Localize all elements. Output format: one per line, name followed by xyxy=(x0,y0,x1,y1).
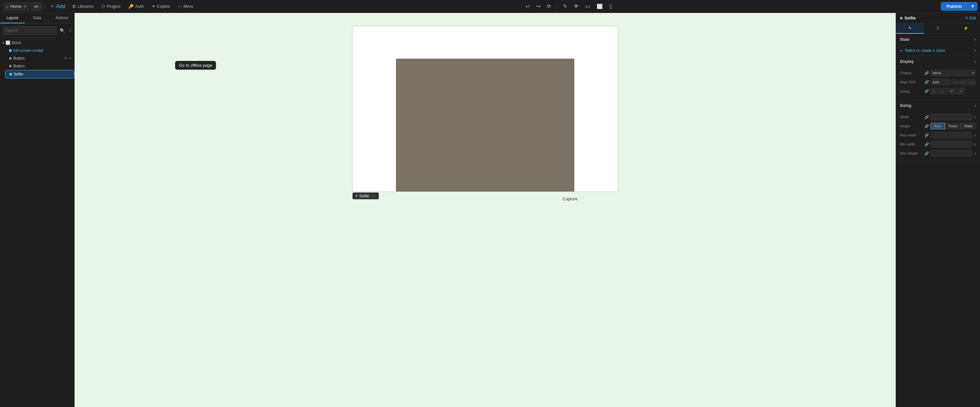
display-field-value: 🔗 block ▾ xyxy=(924,70,976,76)
search-button[interactable]: 🔍 xyxy=(59,27,66,34)
preview-button[interactable]: 👁 xyxy=(572,2,581,11)
sizing-btn-fixed[interactable]: ✕ xyxy=(948,88,956,95)
height-label: Height xyxy=(900,124,923,128)
settings-icon[interactable]: ✦ xyxy=(69,56,72,60)
state-chevron-icon: ▾ xyxy=(975,38,976,41)
right-tab-interactions[interactable]: ⇅ xyxy=(924,23,952,34)
max-width-input[interactable] xyxy=(931,132,972,138)
display-field-row: Display 🔗 block ▾ xyxy=(900,70,976,76)
panel-tabs: Layout Data Actions xyxy=(0,13,74,24)
display-section-header[interactable]: Display ▾ xyxy=(896,56,980,67)
align-btn-left[interactable]: — xyxy=(951,79,959,85)
min-width-suffix: a xyxy=(974,142,976,146)
main-area: Layout Data Actions 🔍 ⤢ ▾ ⬜ Blank full-s… xyxy=(0,13,980,407)
sizing-btn-shrink[interactable]: ↕ xyxy=(931,88,937,95)
tree-item-label: Button xyxy=(13,56,62,60)
max-width-suffix: a xyxy=(974,133,976,137)
align-btn-right[interactable]: — xyxy=(968,79,976,85)
tree: ▾ ⬜ Blank full-screen-modal Button 👁 ✦ xyxy=(0,38,74,407)
search-bar: 🔍 ⤢ xyxy=(0,24,74,38)
copilot-icon: ✦ xyxy=(152,4,155,9)
select-chevron-icon: ▾ xyxy=(972,71,974,74)
sizing-section-header[interactable]: Sizing ▾ xyxy=(896,100,980,111)
home-button[interactable]: ⌂ Home ▼ xyxy=(3,2,30,11)
height-btn-auto[interactable]: Auto xyxy=(931,123,945,129)
tab-actions[interactable]: Actions xyxy=(49,13,74,23)
min-width-input[interactable] xyxy=(931,141,972,147)
sizing-section-title: Sizing xyxy=(900,103,911,108)
width-field-row: Width 🔗 a xyxy=(900,114,976,120)
component-icon xyxy=(9,49,12,52)
search-input[interactable] xyxy=(3,26,57,35)
tree-group: full-screen-modal Button 👁 ✦ Button xyxy=(0,47,74,78)
align-self-select[interactable]: auto xyxy=(931,79,950,85)
desktop-button[interactable]: ▭ xyxy=(583,2,592,11)
tree-item-label: Button xyxy=(13,64,72,68)
tree-item-button-1[interactable]: Button 👁 ✦ xyxy=(5,54,74,62)
publish-dropdown-button[interactable]: ▼ xyxy=(968,2,977,11)
state-section[interactable]: State ▾ xyxy=(896,34,980,45)
expand-button[interactable]: ⤢ xyxy=(68,27,73,34)
tooltip-go-offline[interactable]: Go to offline page xyxy=(175,61,216,70)
height-btn-ratio[interactable]: Ratio xyxy=(961,123,977,129)
right-tab-settings[interactable]: ⚡ xyxy=(952,23,980,34)
redo-button[interactable]: ↪ xyxy=(534,2,542,11)
align-btn-center[interactable]: — xyxy=(959,79,967,85)
align-lock-icon: 🔗 xyxy=(924,80,929,84)
right-panel-header: Selfie ✎ Edit xyxy=(896,13,980,23)
tree-root-label: Blank xyxy=(12,41,21,45)
max-height-value: 🔗 a xyxy=(924,150,976,157)
max-height-input[interactable] xyxy=(931,150,972,157)
more-button[interactable]: ⋯ More xyxy=(175,3,197,10)
width-input[interactable] xyxy=(931,114,972,120)
sizing-btn-grow[interactable]: ↔ xyxy=(938,88,947,95)
sizing-lock-icon: 🔗 xyxy=(924,89,929,93)
language-button[interactable]: en xyxy=(31,2,41,11)
publish-group: Publish ▼ xyxy=(941,2,977,11)
align-self-value: 🔗 auto — — — xyxy=(924,79,976,85)
selfie-tag-label: Selfie xyxy=(359,194,369,198)
libraries-icon: ⊞ xyxy=(72,4,76,9)
height-btn-fixed[interactable]: Fixed xyxy=(945,123,961,129)
publish-button[interactable]: Publish xyxy=(941,2,968,11)
libraries-button[interactable]: ⊞ Libraries xyxy=(69,3,97,10)
title-dot-icon xyxy=(900,17,902,19)
tablet-button[interactable]: ⬜ xyxy=(595,2,605,11)
tree-root[interactable]: ▾ ⬜ Blank xyxy=(0,39,74,47)
selfie-tag: ✦ Selfie ⋯ xyxy=(353,193,379,199)
add-class-row[interactable]: + Select or create a class ▾ xyxy=(896,45,980,56)
capture-label: Capture xyxy=(563,196,578,201)
edit-button[interactable]: ✎ Edit xyxy=(965,16,976,21)
tree-item-full-screen-modal[interactable]: full-screen-modal xyxy=(5,47,74,54)
mobile-button[interactable]: ▯ xyxy=(608,2,614,11)
right-tab-style[interactable]: ✎ xyxy=(896,23,924,34)
edit-label: Edit xyxy=(969,16,976,21)
add-button[interactable]: ＋ Add xyxy=(47,2,68,11)
sizing-btn-expand[interactable]: ⤢ xyxy=(956,88,964,95)
home-icon: ⌂ xyxy=(6,4,8,9)
add-class-chevron-icon: ▾ xyxy=(975,49,976,52)
auth-button[interactable]: 🔑 Auth xyxy=(125,3,147,10)
pencil-button[interactable]: ✎ xyxy=(561,2,569,11)
selfie-block[interactable]: Capture xyxy=(396,59,574,192)
tree-item-button-2[interactable]: Button xyxy=(5,62,74,70)
undo-button[interactable]: ↩ xyxy=(523,2,531,11)
edit-icon: ✎ xyxy=(965,16,968,21)
tab-layout[interactable]: Layout xyxy=(0,13,25,23)
refresh-button[interactable]: ⟳ xyxy=(545,2,553,11)
state-label: State xyxy=(900,37,909,42)
plugins-button[interactable]: ⬡ Plugins xyxy=(98,3,124,10)
height-lock-icon: 🔗 xyxy=(924,124,929,128)
copilot-button[interactable]: ✦ Copilot xyxy=(148,3,173,10)
tree-item-selfie[interactable]: Selfie xyxy=(5,70,74,78)
display-chevron-icon: ▾ xyxy=(975,60,976,63)
tab-data[interactable]: Data xyxy=(25,13,49,23)
selfie-more-button[interactable]: ⋯ xyxy=(371,193,376,198)
plugins-icon: ⬡ xyxy=(102,4,105,9)
display-select[interactable]: block ▾ xyxy=(931,70,976,76)
display-value: block xyxy=(933,71,941,75)
right-panel-title: Selfie xyxy=(900,16,916,21)
topbar: ⌂ Home ▼ en ＋ Add ⊞ Libraries ⬡ Plugins … xyxy=(0,0,980,13)
display-section-title: Display xyxy=(900,59,914,64)
visibility-icon[interactable]: 👁 xyxy=(64,56,67,60)
